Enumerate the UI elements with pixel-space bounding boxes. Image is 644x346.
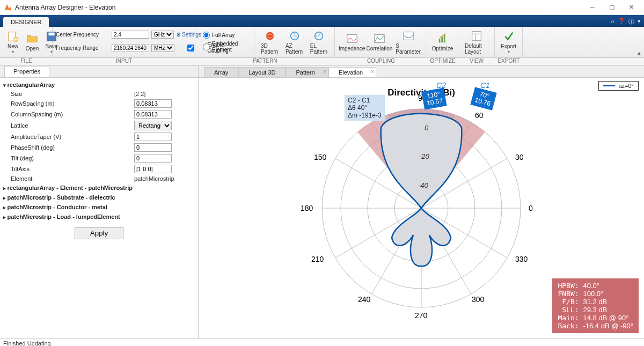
apply-button[interactable]: Apply <box>75 227 123 239</box>
correlation-icon <box>374 33 385 45</box>
prop-section[interactable]: patchMicrostrip - Conductor - metal <box>2 202 196 212</box>
freq-range-input[interactable] <box>112 44 149 52</box>
gear-icon: ⚙ <box>176 32 181 38</box>
prop-name: Tilt (deg) <box>11 155 134 161</box>
prop-name: Lattice <box>11 122 134 129</box>
svg-text:300: 300 <box>472 295 485 304</box>
svg-rect-14 <box>472 31 481 40</box>
prop-input[interactable] <box>134 154 172 163</box>
radio-full-array[interactable]: Full Array <box>203 32 246 39</box>
radio-embedded[interactable]: Embedded Element <box>203 41 246 53</box>
az-icon <box>289 30 301 42</box>
plot-tab-array[interactable]: Array <box>204 67 238 77</box>
open-button[interactable]: Open <box>23 32 42 53</box>
svg-rect-8 <box>347 35 357 43</box>
group-pattern-btns: 3D Pattern AZ Pattern EL Pattern <box>254 27 335 57</box>
plot-tab-elevation[interactable]: Elevation× <box>328 67 376 77</box>
3d-pattern-button[interactable]: 3D Pattern <box>258 29 282 56</box>
default-layout-button[interactable]: Default Layout <box>462 29 491 56</box>
minimize-button[interactable]: ─ <box>583 1 602 14</box>
properties-body: rectangularArray Size[2 2]RowSpacing (m)… <box>0 78 198 338</box>
group-optimize: Optimize <box>427 27 458 57</box>
prop-row-columnspacing-m-: ColumnSpacing (m) <box>2 109 196 120</box>
delta-readout: C2 - C1 Δθ 40° Δm -191e-3 <box>345 95 385 121</box>
prop-name: Size <box>11 91 134 97</box>
prop-section[interactable]: patchMicrostrip - Substrate - dielectric <box>2 193 196 202</box>
left-panel: Properties rectangularArray Size[2 2]Row… <box>0 66 199 338</box>
svg-rect-12 <box>441 36 443 42</box>
prop-name: RowSpacing (m) <box>11 100 134 107</box>
layout-icon <box>471 30 482 42</box>
svg-text:180: 180 <box>301 204 313 212</box>
el-pattern-button[interactable]: EL Pattern <box>307 29 331 56</box>
status-bar: Finished Updating <box>0 338 644 346</box>
center-freq-input[interactable] <box>112 31 149 39</box>
svg-text:210: 210 <box>311 255 324 263</box>
prop-row-rowspacing-m-: RowSpacing (m) <box>2 98 196 109</box>
prop-name: AmplitudeTaper (V) <box>11 134 134 140</box>
export-icon <box>503 31 515 42</box>
prop-row-tilt-deg-: Tilt (deg) <box>2 153 196 164</box>
tab-properties[interactable]: Properties <box>4 66 49 77</box>
new-icon <box>7 31 19 42</box>
svg-text:240: 240 <box>358 295 371 304</box>
prop-input[interactable] <box>134 110 172 119</box>
plot-area: az=0° <box>199 78 644 338</box>
center-freq-unit[interactable]: GHz <box>151 31 174 39</box>
ribbon: New ▾ Open Save ▾ Center Frequency GHz ⚙… <box>0 27 644 58</box>
maximize-button[interactable]: ▢ <box>602 1 621 14</box>
tab-designer[interactable]: DESIGNER <box>3 17 49 27</box>
help-dropdown-icon[interactable]: ▾ <box>638 18 641 26</box>
svg-text:0: 0 <box>425 124 429 132</box>
close-icon[interactable]: × <box>323 69 326 75</box>
plot-tab-layout-3d[interactable]: Layout 3D <box>238 67 286 77</box>
export-button[interactable]: Export ▾ <box>498 30 519 55</box>
prop-name: Element <box>11 175 134 182</box>
prop-value: [2 2] <box>134 91 145 97</box>
prop-row-tiltaxis: TiltAxis <box>2 164 196 174</box>
help-shortcuts-icon[interactable]: ❓ <box>618 18 625 26</box>
close-icon[interactable]: × <box>371 69 374 75</box>
ribbon-collapse-icon[interactable]: ▴ <box>638 49 641 56</box>
el-icon <box>313 30 325 42</box>
close-button[interactable]: ✕ <box>621 1 641 14</box>
prop-input[interactable] <box>134 143 172 152</box>
prop-row-lattice: LatticeRectangular <box>2 120 196 131</box>
open-icon <box>26 33 38 45</box>
prop-row-size: Size[2 2] <box>2 90 196 98</box>
az-pattern-button[interactable]: AZ Pattern <box>282 29 307 56</box>
prop-value: patchMicrostrip <box>134 175 174 182</box>
prop-section[interactable]: rectangularArray - Element - patchMicros… <box>2 183 196 193</box>
marker-c2[interactable]: 110° 10.57 <box>421 88 447 110</box>
prop-section[interactable]: patchMicrostrip - Load - lumpedElement <box>2 212 196 222</box>
svg-text:-20: -20 <box>419 152 430 160</box>
group-pattern-mode: Full Array Embedded Element <box>195 27 254 57</box>
main-area: Properties rectangularArray Size[2 2]Row… <box>0 66 644 338</box>
window-title: Antenna Array Designer - Elevation <box>15 4 583 11</box>
prop-input[interactable] <box>134 99 172 108</box>
ribbon-filler <box>523 27 644 57</box>
help-home-icon[interactable]: ⌂ <box>611 18 614 26</box>
prop-input[interactable] <box>134 165 172 173</box>
svg-text:150: 150 <box>314 153 327 161</box>
plot-tab-pattern[interactable]: Pattern× <box>286 67 328 77</box>
freq-range-unit[interactable]: MHz <box>151 44 174 52</box>
freq-range-label: Frequency Range <box>56 45 109 51</box>
prop-select[interactable]: Rectangular <box>134 121 172 130</box>
properties-tab-row: Properties <box>0 66 198 78</box>
svg-text:0: 0 <box>529 204 533 212</box>
correlation-button[interactable]: Correlation <box>365 32 393 53</box>
prop-row-element: ElementpatchMicrostrip <box>2 174 196 183</box>
sparam-button[interactable]: S Parameter <box>393 29 423 56</box>
help-info-icon[interactable]: ⓘ <box>628 18 634 26</box>
new-button[interactable]: New ▾ <box>3 30 23 55</box>
impedance-button[interactable]: Impedance <box>338 32 365 53</box>
polar-chart: 0 -20 -40 0 30 60 90 120 150 180 210 240… <box>271 82 572 334</box>
svg-rect-9 <box>375 35 384 43</box>
svg-text:30: 30 <box>515 153 524 161</box>
svg-rect-11 <box>438 39 440 42</box>
optimize-button[interactable]: Optimize <box>430 32 455 53</box>
prop-input[interactable] <box>134 132 172 141</box>
group-export: Export ▾ <box>495 27 523 57</box>
prop-head-rectangularArray[interactable]: rectangularArray <box>2 80 196 90</box>
